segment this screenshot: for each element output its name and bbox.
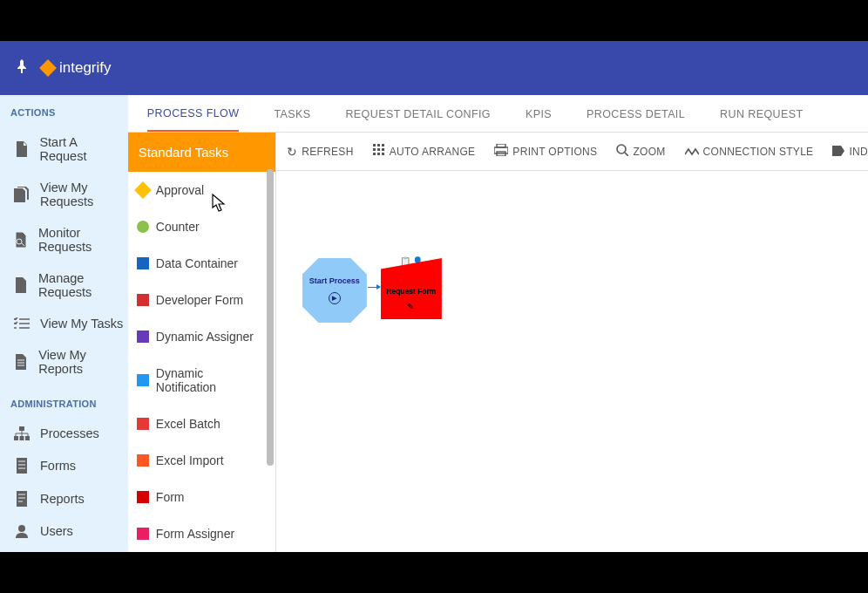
task-label: Dynamic Assigner xyxy=(156,330,254,344)
svg-rect-11 xyxy=(377,148,380,151)
svg-rect-18 xyxy=(497,144,505,147)
play-icon: ▶ xyxy=(329,292,341,304)
nav-reports[interactable]: Reports xyxy=(7,482,128,515)
task-label: Developer Form xyxy=(156,293,243,307)
window-border-bottom xyxy=(0,552,868,593)
task-approval[interactable]: Approval xyxy=(128,172,275,208)
print-icon xyxy=(494,144,508,159)
refresh-button[interactable]: ↻ REFRESH xyxy=(287,145,354,159)
connection-arrow[interactable] xyxy=(368,287,380,288)
tool-label: IND xyxy=(849,146,868,158)
auto-arrange-button[interactable]: AUTO ARRANGE xyxy=(373,144,476,159)
svg-rect-7 xyxy=(373,144,376,147)
sitemap-icon xyxy=(14,426,30,440)
pencil-icon: ✎ xyxy=(407,302,414,311)
square-icon xyxy=(137,331,149,343)
zoom-button[interactable]: ZOOM xyxy=(616,144,665,159)
task-data-container[interactable]: Data Container xyxy=(128,245,275,282)
nav-view-my-requests[interactable]: View My Requests xyxy=(7,172,128,217)
task-dynamic-assigner[interactable]: Dynamic Assigner xyxy=(128,318,275,355)
node-start-process[interactable]: Start Process ▶ xyxy=(302,258,367,323)
nav-label: Reports xyxy=(40,492,85,506)
nav-view-my-tasks[interactable]: View My Tasks xyxy=(7,308,128,339)
square-icon xyxy=(137,374,149,386)
flow-canvas[interactable]: Start Process ▶ 📋 👤 Request Form ✎ xyxy=(276,171,868,552)
task-palette-header[interactable]: Standard Tasks xyxy=(128,133,275,172)
tab-kpis[interactable]: KPIS xyxy=(526,96,552,131)
task-counter[interactable]: Counter xyxy=(128,208,275,245)
task-label: Dynamic Notification xyxy=(156,366,267,394)
tab-request-detail-config[interactable]: REQUEST DETAIL CONFIG xyxy=(345,96,491,131)
app-header: integrify xyxy=(0,41,868,95)
connection-style-button[interactable]: CONNECTION STYLE xyxy=(685,145,814,159)
task-label: Approval xyxy=(156,183,204,197)
print-options-button[interactable]: PRINT OPTIONS xyxy=(494,144,597,159)
svg-point-4 xyxy=(18,525,25,532)
nav-start-request[interactable]: Start A Request xyxy=(7,126,128,172)
tool-label: REFRESH xyxy=(302,146,353,158)
svg-rect-8 xyxy=(377,144,380,147)
task-dynamic-notification[interactable]: Dynamic Notification xyxy=(128,355,275,406)
window-border-top xyxy=(0,0,868,41)
task-form-assigner[interactable]: Form Assigner xyxy=(128,515,275,552)
canvas-area: ↻ REFRESH AUTO ARRANGE PRINT OPTIONS ZOO… xyxy=(276,133,868,552)
nav-users[interactable]: Users xyxy=(7,515,128,547)
nav-processes[interactable]: Processes xyxy=(7,418,128,449)
nav-manage-requests[interactable]: Manage Requests xyxy=(7,262,128,308)
task-form[interactable]: Form xyxy=(128,479,275,515)
svg-rect-12 xyxy=(382,148,384,151)
tool-label: AUTO ARRANGE xyxy=(390,146,476,158)
svg-rect-3 xyxy=(25,436,30,440)
refresh-icon: ↻ xyxy=(287,145,297,159)
tool-label: PRINT OPTIONS xyxy=(512,146,597,158)
task-label: Form Assigner xyxy=(156,527,234,541)
square-icon xyxy=(137,294,149,306)
square-icon xyxy=(137,491,149,503)
square-icon xyxy=(137,528,149,540)
tool-label: ZOOM xyxy=(633,146,665,158)
svg-rect-2 xyxy=(20,436,24,440)
svg-rect-13 xyxy=(373,153,376,155)
workspace: ACTIONS Start A Request View My Requests… xyxy=(0,95,868,552)
report-icon xyxy=(14,491,30,507)
scrollbar[interactable] xyxy=(267,169,274,466)
svg-rect-10 xyxy=(373,148,376,151)
doc-blank-icon xyxy=(14,141,29,157)
pin-icon[interactable] xyxy=(16,59,28,77)
user-icon xyxy=(14,524,30,538)
tab-run-request[interactable]: RUN REQUEST xyxy=(720,96,803,131)
nav-view-my-reports[interactable]: View My Reports xyxy=(7,339,128,385)
canvas-toolbar: ↻ REFRESH AUTO ARRANGE PRINT OPTIONS ZOO… xyxy=(276,133,868,171)
task-developer-form[interactable]: Developer Form xyxy=(128,282,275,318)
task-label: Excel Import xyxy=(156,453,224,467)
sidebar-section-admin: ADMINISTRATION xyxy=(7,393,128,418)
diamond-icon xyxy=(134,181,152,199)
node-label: Request Form xyxy=(381,287,442,296)
tab-bar: PROCESS FLOW TASKS REQUEST DETAIL CONFIG… xyxy=(128,95,868,133)
task-excel-batch[interactable]: Excel Batch xyxy=(128,406,275,442)
svg-rect-9 xyxy=(382,144,384,147)
svg-rect-15 xyxy=(382,153,384,155)
indicator-button[interactable]: IND xyxy=(832,145,868,159)
main-area: PROCESS FLOW TASKS REQUEST DETAIL CONFIG… xyxy=(128,95,868,552)
nav-monitor-requests[interactable]: Monitor Requests xyxy=(7,217,128,262)
tab-process-flow[interactable]: PROCESS FLOW xyxy=(147,95,240,132)
doc-search-icon xyxy=(14,232,28,248)
nav-label: View My Tasks xyxy=(40,317,123,331)
zoom-icon xyxy=(616,144,628,159)
brand-logo[interactable]: integrify xyxy=(42,59,112,77)
task-excel-import[interactable]: Excel Import xyxy=(128,442,275,479)
tab-tasks[interactable]: TASKS xyxy=(274,96,310,131)
nav-label: View My Reports xyxy=(38,348,125,376)
form-icon xyxy=(14,458,30,474)
grid-icon xyxy=(373,144,385,159)
task-list: Approval Counter Data Container Develope… xyxy=(128,172,275,552)
nav-forms[interactable]: Forms xyxy=(7,449,128,482)
tab-process-detail[interactable]: PROCESS DETAIL xyxy=(587,96,685,131)
node-request-form[interactable]: 📋 👤 Request Form ✎ xyxy=(381,258,442,319)
circle-icon xyxy=(137,221,149,233)
square-icon xyxy=(137,418,149,430)
svg-rect-0 xyxy=(19,426,24,431)
square-icon xyxy=(137,454,149,467)
logo-diamond-icon xyxy=(39,59,57,77)
